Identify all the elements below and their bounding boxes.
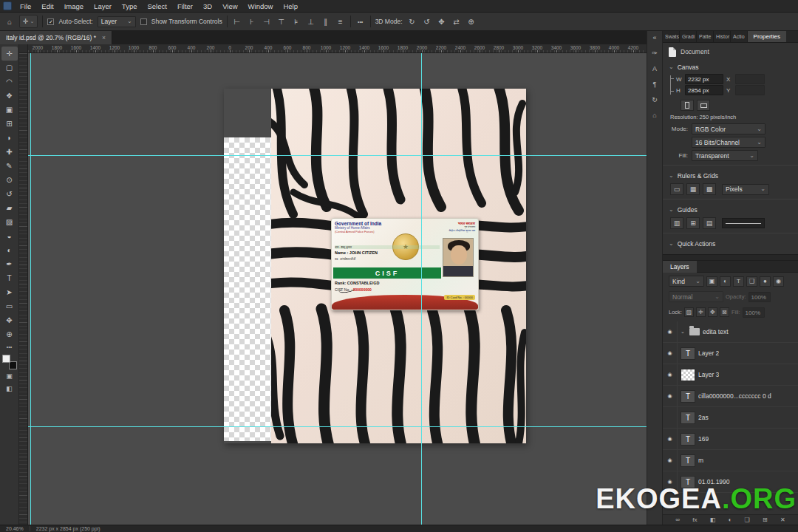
auto-select-checkbox[interactable]: ✓ [47,18,54,25]
rulers-grids-section-header[interactable]: ⌄ Rulers & Grids [669,169,792,182]
pen-tool[interactable]: ✒ [1,257,18,271]
align-middle-icon[interactable]: ⊧ [291,16,301,27]
visibility-toggle[interactable]: ◉ [663,364,678,385]
align-bottom-icon[interactable]: ⊥ [306,16,316,27]
active-tool-preset[interactable]: ✛⌄ [19,15,38,28]
snap-grid-icon[interactable]: ▩ [703,183,716,195]
align-center-h-icon[interactable]: ⊦ [247,16,257,27]
lock-guides-icon[interactable]: ▤ [703,217,716,229]
x-field[interactable] [735,74,765,84]
lock-transparency-icon[interactable]: ▨ [684,307,694,317]
panel-tab[interactable]: Histor [714,31,731,42]
layer-name[interactable]: m [698,457,703,464]
visibility-toggle[interactable]: ◉ [663,450,678,471]
quick-mask-icon[interactable]: ▣ [1,369,18,382]
libraries-panel-icon[interactable]: ⌂ [652,112,656,119]
guide-vertical-2[interactable] [421,53,422,525]
guide-layout-icon[interactable]: ⊞ [686,217,700,229]
auto-select-target-select[interactable]: Layer [98,16,136,27]
align-right-icon[interactable]: ⊣ [262,16,272,27]
bit-depth-select[interactable]: 16 Bits/Channel [692,137,765,148]
menu-item[interactable]: Edit [36,0,58,13]
link-dimensions-icon[interactable] [670,75,674,95]
layer-row[interactable]: ◉ ⌄ T 2as [663,407,798,429]
lock-all-icon[interactable]: ⊠ [720,307,729,317]
quick-selection-tool[interactable]: ❖ [1,89,18,103]
3d-drag-icon[interactable]: ✥ [437,16,447,27]
menu-item[interactable]: Filter [172,0,198,13]
tab-properties[interactable]: Properties [748,31,786,42]
panel-tab[interactable]: Patte [697,31,714,42]
filter-shape-layers-icon[interactable]: ❑ [746,276,757,287]
menu-item[interactable]: File [15,0,36,13]
height-field[interactable]: 2854 px [685,85,723,95]
link-layers-icon[interactable]: ∞ [675,516,680,523]
adjustment-layer-icon[interactable]: ◐ [729,516,732,523]
text-layer-thumbnail[interactable]: T [681,412,695,424]
text-layer-thumbnail[interactable]: T [681,454,695,467]
y-field[interactable] [735,85,765,95]
3d-roll-icon[interactable]: ↺ [422,16,432,27]
layer-row[interactable]: ◉ ⌄ T m [663,450,798,471]
type-tool[interactable]: T [1,271,18,285]
canvas-section-header[interactable]: ⌄ Canvas [669,61,792,73]
visibility-toggle[interactable]: ◉ [663,321,678,342]
3d-slide-icon[interactable]: ⇄ [451,16,462,27]
photoshop-icon[interactable] [3,1,12,10]
layer-name[interactable]: Layer 3 [698,371,719,378]
width-field[interactable]: 2232 px [685,74,723,84]
opacity-field[interactable]: 100% [748,292,771,302]
layer-row[interactable]: ◉ ⌄ T 169 [663,429,798,450]
layer-fill-field[interactable]: 100% [743,307,765,318]
menu-item[interactable]: Type [117,0,143,13]
ruler-origin[interactable] [19,44,28,53]
show-transform-checkbox[interactable] [140,18,147,25]
panel-tab[interactable]: Actio [731,31,748,42]
lock-position-icon[interactable]: ✥ [708,307,717,317]
brush-settings-icon[interactable]: ✑ [652,50,658,57]
layer-name[interactable]: cilla0000000...ccccccc 0 d [698,392,771,400]
brush-tool[interactable]: ✎ [1,159,18,173]
mode-select[interactable]: RGB Color [692,123,765,134]
path-selection-tool[interactable]: ➤ [1,285,18,299]
delete-layer-icon[interactable]: ✕ [780,516,785,523]
text-layer-thumbnail[interactable]: T [681,433,695,446]
history-panel-icon[interactable]: ↻ [652,96,658,103]
close-tab-icon[interactable]: × [102,34,106,41]
layer-row[interactable]: ◉ ⌄ T edita text [663,321,798,343]
screen-mode-icon[interactable]: ◧ [1,382,18,395]
hand-tool[interactable]: ✥ [1,313,18,327]
layer-effects-icon[interactable]: fx [692,516,697,523]
text-layer-thumbnail[interactable]: T [681,390,695,403]
menu-item[interactable]: View [217,0,242,13]
eraser-tool[interactable]: ▰ [1,201,18,215]
layer-name[interactable]: 2as [698,414,709,421]
vertical-ruler[interactable] [19,53,28,525]
dodge-tool[interactable]: ◐ [1,243,18,257]
quick-actions-section-header[interactable]: ⌄ Quick Actions [669,237,792,250]
layer-row[interactable]: ◉ ⌄ T Layer 2 [663,343,798,364]
image-layer-thumbnail[interactable] [681,369,695,381]
visibility-toggle[interactable]: ◉ [663,343,678,364]
align-top-icon[interactable]: ⊤ [276,16,287,27]
lock-pixels-icon[interactable]: ✛ [696,307,706,317]
zoom-tool[interactable]: ⊕ [1,327,18,341]
filter-type-layers-icon[interactable]: T [733,276,744,287]
menu-item[interactable]: Help [278,0,303,13]
menu-item[interactable]: Window [243,0,279,13]
foreground-color-swatch[interactable] [2,355,10,363]
menu-item[interactable]: Image [59,0,89,13]
visibility-toggle[interactable]: ◉ [663,407,678,428]
eyedropper-tool[interactable]: ◗ [1,131,18,145]
menu-item[interactable]: Select [142,0,171,13]
visibility-toggle[interactable]: ◉ [663,386,678,406]
collapse-caret-icon[interactable]: ⌄ [681,329,686,335]
tab-layers[interactable]: Layers [663,261,697,273]
new-layer-icon[interactable]: ⊞ [763,516,768,523]
horizontal-ruler[interactable]: 2000180016001400120010008006004002000200… [28,44,647,53]
3d-scale-icon[interactable]: ⊕ [466,16,477,27]
distribute-v-icon[interactable]: ≡ [335,16,346,27]
filter-kind-select[interactable]: Kind [669,276,704,287]
portrait-orientation-button[interactable] [681,100,694,111]
layer-name[interactable]: edita text [703,328,729,335]
